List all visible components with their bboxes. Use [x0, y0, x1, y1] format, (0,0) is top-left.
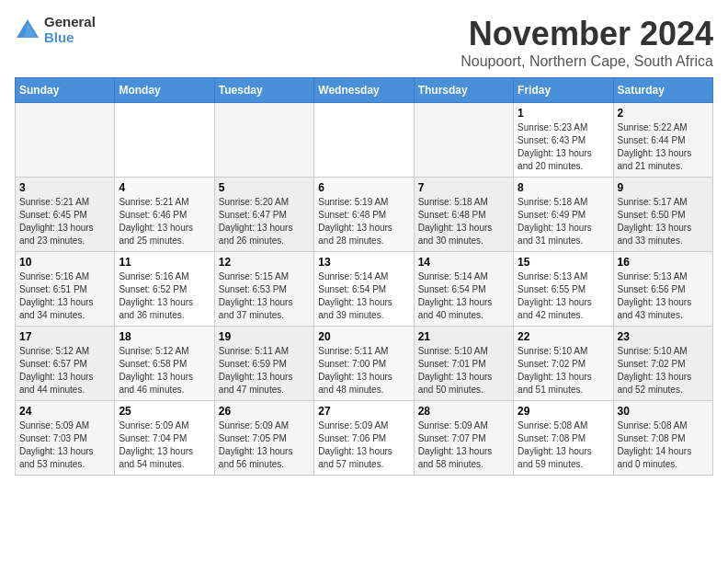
day-info: Sunrise: 5:15 AM Sunset: 6:53 PM Dayligh… — [219, 270, 310, 322]
day-number: 14 — [418, 256, 509, 269]
day-number: 26 — [219, 405, 310, 418]
day-info: Sunrise: 5:16 AM Sunset: 6:52 PM Dayligh… — [119, 270, 210, 322]
day-info: Sunrise: 5:21 AM Sunset: 6:46 PM Dayligh… — [119, 196, 210, 247]
day-number: 15 — [518, 256, 609, 269]
day-info: Sunrise: 5:14 AM Sunset: 6:54 PM Dayligh… — [318, 270, 409, 322]
day-info: Sunrise: 5:22 AM Sunset: 6:44 PM Dayligh… — [618, 121, 709, 173]
calendar-day-cell: 12Sunrise: 5:15 AM Sunset: 6:53 PM Dayli… — [214, 252, 313, 327]
calendar-day-cell: 18Sunrise: 5:12 AM Sunset: 6:58 PM Dayli… — [115, 327, 214, 401]
day-info: Sunrise: 5:10 AM Sunset: 7:01 PM Dayligh… — [418, 345, 509, 396]
calendar-table: SundayMondayTuesdayWednesdayThursdayFrid… — [15, 77, 713, 476]
day-number: 23 — [618, 330, 709, 343]
day-number: 24 — [19, 405, 110, 418]
logo-general: General — [44, 14, 96, 29]
day-info: Sunrise: 5:09 AM Sunset: 7:03 PM Dayligh… — [19, 419, 110, 471]
day-number: 29 — [518, 405, 609, 418]
calendar-day-cell: 4Sunrise: 5:21 AM Sunset: 6:46 PM Daylig… — [115, 178, 214, 252]
calendar-day-cell: 30Sunrise: 5:08 AM Sunset: 7:08 PM Dayli… — [613, 401, 712, 476]
calendar-day-cell: 28Sunrise: 5:09 AM Sunset: 7:07 PM Dayli… — [414, 401, 513, 476]
day-info: Sunrise: 5:21 AM Sunset: 6:45 PM Dayligh… — [19, 196, 110, 247]
calendar-empty-cell — [16, 103, 115, 178]
calendar-day-cell: 13Sunrise: 5:14 AM Sunset: 6:54 PM Dayli… — [314, 252, 414, 327]
calendar-day-cell: 29Sunrise: 5:08 AM Sunset: 7:08 PM Dayli… — [514, 401, 613, 476]
day-number: 13 — [318, 256, 409, 269]
day-number: 6 — [318, 181, 409, 194]
day-info: Sunrise: 5:08 AM Sunset: 7:08 PM Dayligh… — [618, 419, 709, 471]
logo-blue: Blue — [44, 29, 74, 45]
day-number: 18 — [119, 330, 210, 343]
day-info: Sunrise: 5:11 AM Sunset: 6:59 PM Dayligh… — [219, 345, 310, 396]
calendar-day-cell: 25Sunrise: 5:09 AM Sunset: 7:04 PM Dayli… — [115, 401, 214, 476]
calendar-day-cell: 9Sunrise: 5:17 AM Sunset: 6:50 PM Daylig… — [613, 178, 712, 252]
calendar-day-cell: 5Sunrise: 5:20 AM Sunset: 6:47 PM Daylig… — [214, 178, 313, 252]
calendar-day-cell: 19Sunrise: 5:11 AM Sunset: 6:59 PM Dayli… — [214, 327, 313, 401]
day-info: Sunrise: 5:18 AM Sunset: 6:48 PM Dayligh… — [418, 196, 509, 247]
calendar-week-row: 17Sunrise: 5:12 AM Sunset: 6:57 PM Dayli… — [16, 327, 713, 401]
day-info: Sunrise: 5:10 AM Sunset: 7:02 PM Dayligh… — [518, 345, 609, 396]
weekday-header-row: SundayMondayTuesdayWednesdayThursdayFrid… — [16, 78, 713, 103]
day-info: Sunrise: 5:20 AM Sunset: 6:47 PM Dayligh… — [219, 196, 310, 247]
logo: General Blue — [15, 15, 96, 45]
calendar-day-cell: 17Sunrise: 5:12 AM Sunset: 6:57 PM Dayli… — [16, 327, 115, 401]
day-number: 5 — [219, 181, 310, 194]
calendar-week-row: 3Sunrise: 5:21 AM Sunset: 6:45 PM Daylig… — [16, 178, 713, 252]
day-info: Sunrise: 5:12 AM Sunset: 6:58 PM Dayligh… — [119, 345, 210, 396]
day-number: 10 — [19, 256, 110, 269]
day-number: 27 — [318, 405, 409, 418]
day-info: Sunrise: 5:17 AM Sunset: 6:50 PM Dayligh… — [618, 196, 709, 247]
day-info: Sunrise: 5:18 AM Sunset: 6:49 PM Dayligh… — [518, 196, 609, 247]
day-info: Sunrise: 5:08 AM Sunset: 7:08 PM Dayligh… — [518, 419, 609, 471]
calendar-empty-cell — [115, 103, 214, 178]
calendar-day-cell: 2Sunrise: 5:22 AM Sunset: 6:44 PM Daylig… — [613, 103, 712, 178]
day-number: 25 — [119, 405, 210, 418]
calendar-week-row: 24Sunrise: 5:09 AM Sunset: 7:03 PM Dayli… — [16, 401, 713, 476]
calendar-empty-cell — [314, 103, 414, 178]
day-number: 11 — [119, 256, 210, 269]
weekday-header-saturday: Saturday — [613, 78, 712, 103]
calendar-day-cell: 27Sunrise: 5:09 AM Sunset: 7:06 PM Dayli… — [314, 401, 414, 476]
weekday-header-thursday: Thursday — [414, 78, 513, 103]
day-number: 19 — [219, 330, 310, 343]
calendar-day-cell: 26Sunrise: 5:09 AM Sunset: 7:05 PM Dayli… — [214, 401, 313, 476]
weekday-header-sunday: Sunday — [16, 78, 115, 103]
calendar-week-row: 1Sunrise: 5:23 AM Sunset: 6:43 PM Daylig… — [16, 103, 713, 178]
calendar-day-cell: 20Sunrise: 5:11 AM Sunset: 7:00 PM Dayli… — [314, 327, 414, 401]
day-info: Sunrise: 5:09 AM Sunset: 7:07 PM Dayligh… — [418, 419, 509, 471]
day-number: 20 — [318, 330, 409, 343]
calendar-day-cell: 10Sunrise: 5:16 AM Sunset: 6:51 PM Dayli… — [16, 252, 115, 327]
title-section: November 2024 Noupoort, Northern Cape, S… — [461, 15, 713, 70]
weekday-header-wednesday: Wednesday — [314, 78, 414, 103]
day-number: 3 — [19, 181, 110, 194]
day-number: 8 — [518, 181, 609, 194]
day-number: 7 — [418, 181, 509, 194]
calendar-day-cell: 22Sunrise: 5:10 AM Sunset: 7:02 PM Dayli… — [514, 327, 613, 401]
calendar-day-cell: 11Sunrise: 5:16 AM Sunset: 6:52 PM Dayli… — [115, 252, 214, 327]
calendar-day-cell: 16Sunrise: 5:13 AM Sunset: 6:56 PM Dayli… — [613, 252, 712, 327]
day-info: Sunrise: 5:19 AM Sunset: 6:48 PM Dayligh… — [318, 196, 409, 247]
day-number: 17 — [19, 330, 110, 343]
page-header: General Blue November 2024 Noupoort, Nor… — [15, 15, 713, 70]
weekday-header-tuesday: Tuesday — [214, 78, 313, 103]
calendar-day-cell: 14Sunrise: 5:14 AM Sunset: 6:54 PM Dayli… — [414, 252, 513, 327]
day-info: Sunrise: 5:09 AM Sunset: 7:05 PM Dayligh… — [219, 419, 310, 471]
day-number: 30 — [618, 405, 709, 418]
day-info: Sunrise: 5:11 AM Sunset: 7:00 PM Dayligh… — [318, 345, 409, 396]
day-number: 16 — [618, 256, 709, 269]
day-info: Sunrise: 5:09 AM Sunset: 7:06 PM Dayligh… — [318, 419, 409, 471]
day-info: Sunrise: 5:16 AM Sunset: 6:51 PM Dayligh… — [19, 270, 110, 322]
weekday-header-monday: Monday — [115, 78, 214, 103]
logo-icon — [15, 17, 40, 43]
day-info: Sunrise: 5:13 AM Sunset: 6:56 PM Dayligh… — [618, 270, 709, 322]
calendar-day-cell: 15Sunrise: 5:13 AM Sunset: 6:55 PM Dayli… — [514, 252, 613, 327]
day-info: Sunrise: 5:10 AM Sunset: 7:02 PM Dayligh… — [618, 345, 709, 396]
calendar-day-cell: 8Sunrise: 5:18 AM Sunset: 6:49 PM Daylig… — [514, 178, 613, 252]
calendar-day-cell: 23Sunrise: 5:10 AM Sunset: 7:02 PM Dayli… — [613, 327, 712, 401]
calendar-day-cell: 7Sunrise: 5:18 AM Sunset: 6:48 PM Daylig… — [414, 178, 513, 252]
day-number: 1 — [518, 107, 609, 120]
calendar-day-cell: 3Sunrise: 5:21 AM Sunset: 6:45 PM Daylig… — [16, 178, 115, 252]
day-number: 28 — [418, 405, 509, 418]
calendar-day-cell: 21Sunrise: 5:10 AM Sunset: 7:01 PM Dayli… — [414, 327, 513, 401]
calendar-empty-cell — [214, 103, 313, 178]
location-title: Noupoort, Northern Cape, South Africa — [461, 53, 713, 70]
day-number: 22 — [518, 330, 609, 343]
